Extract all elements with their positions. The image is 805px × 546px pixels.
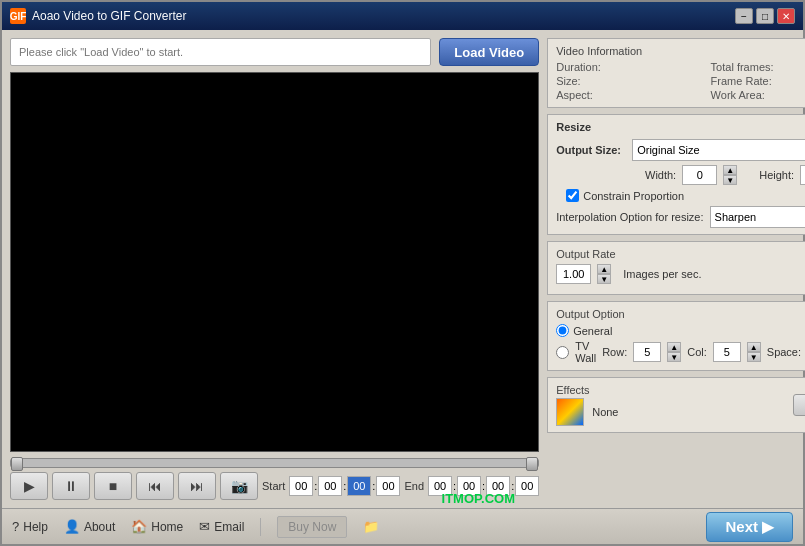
tvwall-radio[interactable] xyxy=(556,346,569,359)
effects-value: None xyxy=(592,406,618,418)
end-minute[interactable] xyxy=(457,476,481,496)
window-title: Aoao Video to GIF Converter xyxy=(32,9,187,23)
next-button[interactable]: ⏭ xyxy=(178,472,216,500)
output-rate-title: Output Rate xyxy=(556,248,805,260)
home-button[interactable]: 🏠 Home xyxy=(131,519,183,534)
next-button[interactable]: Next ▶ xyxy=(706,512,793,542)
progress-thumb-left[interactable] xyxy=(11,457,23,471)
end-label: End xyxy=(404,480,424,492)
about-button[interactable]: 👤 About xyxy=(64,519,115,534)
effects-left: None xyxy=(556,398,792,426)
stop-button[interactable]: ■ xyxy=(94,472,132,500)
video-info-section: Video Information Duration: Total frames… xyxy=(547,38,805,108)
effects-button[interactable]: Effects xyxy=(793,394,805,416)
wh-row: Width: ▲ ▼ Height: ▲ ▼ xyxy=(556,165,805,185)
tvwall-label: TV Wall xyxy=(575,340,596,364)
output-option-title: Output Option xyxy=(556,308,805,320)
width-down-icon[interactable]: ▼ xyxy=(723,175,737,185)
home-icon: 🏠 xyxy=(131,519,147,534)
output-size-row: Output Size: Original Size Custom 320x24… xyxy=(556,139,805,161)
col-up-icon[interactable]: ▲ xyxy=(747,342,761,352)
end-second[interactable] xyxy=(486,476,510,496)
help-label: Help xyxy=(23,520,48,534)
effects-section: Effects None Effects xyxy=(547,377,805,433)
output-size-label: Output Size: xyxy=(556,144,626,156)
rate-up-icon[interactable]: ▲ xyxy=(597,264,611,274)
footer-left: ? Help 👤 About 🏠 Home ✉ Email Buy Now 📁 xyxy=(12,516,379,538)
frame-rate-label: Frame Rate: xyxy=(711,75,772,87)
rate-row: ▲ ▼ Images per sec. xyxy=(556,264,805,284)
work-area-label: Work Area: xyxy=(711,89,765,101)
play-button[interactable]: ▶ xyxy=(10,472,48,500)
load-video-input[interactable] xyxy=(10,38,431,66)
buy-now-button[interactable]: Buy Now xyxy=(277,516,347,538)
start-hour[interactable] xyxy=(289,476,313,496)
prev-button[interactable]: ⏮ xyxy=(136,472,174,500)
footer-separator xyxy=(260,518,261,536)
col-input[interactable] xyxy=(713,342,741,362)
progress-thumb-right[interactable] xyxy=(526,457,538,471)
playback-controls: ▶ ⏸ ■ ⏮ ⏭ 📷 Start : : xyxy=(10,458,539,500)
col-spinner[interactable]: ▲ ▼ xyxy=(747,342,761,362)
email-button[interactable]: ✉ Email xyxy=(199,519,244,534)
start-time-group: : : : xyxy=(289,476,400,496)
buttons-row: ▶ ⏸ ■ ⏮ ⏭ 📷 Start : : xyxy=(10,472,539,500)
progress-bar[interactable] xyxy=(10,458,539,468)
start-minute[interactable] xyxy=(318,476,342,496)
col-down-icon[interactable]: ▼ xyxy=(747,352,761,362)
width-input[interactable] xyxy=(682,165,717,185)
folder-button[interactable]: 📁 xyxy=(363,519,379,534)
window-controls: − □ ✕ xyxy=(735,8,795,24)
rate-spinner[interactable]: ▲ ▼ xyxy=(597,264,611,284)
row-label: Row: xyxy=(602,346,627,358)
help-button[interactable]: ? Help xyxy=(12,519,48,534)
duration-label: Duration: xyxy=(556,61,601,73)
output-size-select[interactable]: Original Size Custom 320x240 640x480 xyxy=(632,139,805,161)
footer-right: Next ▶ xyxy=(706,512,793,542)
email-label: Email xyxy=(214,520,244,534)
rate-input[interactable] xyxy=(556,264,591,284)
start-second[interactable] xyxy=(347,476,371,496)
interp-select[interactable]: Sharpen Bilinear Bicubic None xyxy=(710,206,805,228)
next-label: Next xyxy=(725,518,758,535)
constrain-checkbox[interactable] xyxy=(566,189,579,202)
folder-icon: 📁 xyxy=(363,519,379,534)
video-info-title: Video Information xyxy=(556,45,805,57)
output-rate-section: Output Rate ▲ ▼ Images per sec. xyxy=(547,241,805,295)
height-input[interactable] xyxy=(800,165,805,185)
constrain-label: Constrain Proportion xyxy=(583,190,684,202)
height-label: Height: xyxy=(759,169,794,181)
output-option-section: Output Option General TV Wall Row: ▲ ▼ C… xyxy=(547,301,805,371)
minimize-button[interactable]: − xyxy=(735,8,753,24)
screenshot-button[interactable]: 📷 xyxy=(220,472,258,500)
pause-button[interactable]: ⏸ xyxy=(52,472,90,500)
row-spinner[interactable]: ▲ ▼ xyxy=(667,342,681,362)
left-panel: Load Video ▶ ⏸ ■ ⏮ xyxy=(10,38,539,500)
size-label: Size: xyxy=(556,75,580,87)
close-button[interactable]: ✕ xyxy=(777,8,795,24)
width-spinner[interactable]: ▲ ▼ xyxy=(723,165,737,185)
title-bar: GIF Aoao Video to GIF Converter − □ ✕ xyxy=(2,2,803,30)
end-frame[interactable] xyxy=(515,476,539,496)
col-label: Col: xyxy=(687,346,707,358)
row-up-icon[interactable]: ▲ xyxy=(667,342,681,352)
resize-section: Resize Output Size: Original Size Custom… xyxy=(547,114,805,235)
rate-down-icon[interactable]: ▼ xyxy=(597,274,611,284)
app-icon: GIF xyxy=(10,8,26,24)
general-label: General xyxy=(573,325,612,337)
width-up-icon[interactable]: ▲ xyxy=(723,165,737,175)
row-input[interactable] xyxy=(633,342,661,362)
general-radio[interactable] xyxy=(556,324,569,337)
video-info-grid: Duration: Total frames: Size: Frame Rate… xyxy=(556,61,805,101)
general-radio-row: General xyxy=(556,324,805,337)
maximize-button[interactable]: □ xyxy=(756,8,774,24)
load-video-button[interactable]: Load Video xyxy=(439,38,539,66)
end-hour[interactable] xyxy=(428,476,452,496)
row-down-icon[interactable]: ▼ xyxy=(667,352,681,362)
aspect-label: Aspect: xyxy=(556,89,593,101)
end-time-group: : : : xyxy=(428,476,539,496)
constrain-row: Constrain Proportion xyxy=(556,189,805,202)
interp-label: Interpolation Option for resize: xyxy=(556,211,703,223)
rate-unit: Images per sec. xyxy=(623,268,701,280)
start-frame[interactable] xyxy=(376,476,400,496)
